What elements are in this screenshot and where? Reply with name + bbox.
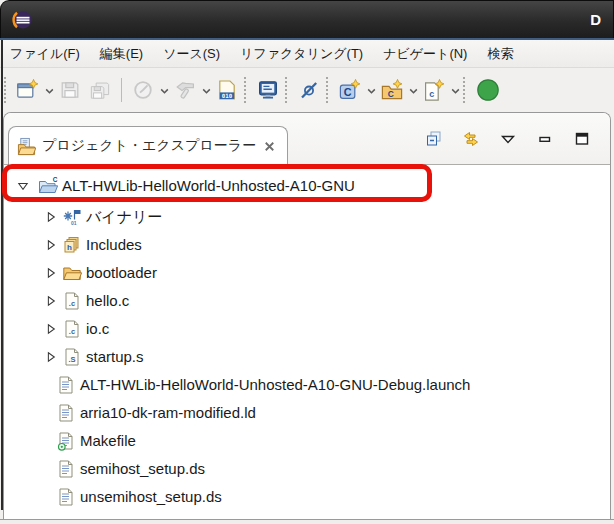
new-wizard-icon [16, 78, 40, 102]
menu-item-4[interactable]: ナビゲート(N) [383, 45, 467, 63]
menu-item-3[interactable]: リファクタリング(T) [240, 45, 363, 63]
tree-item[interactable]: bootloader [4, 259, 610, 287]
tab-project-explorer[interactable]: プロジェクト・エクスプローラー [8, 126, 288, 165]
view-toolbar [424, 113, 592, 165]
expander-expanded-icon[interactable] [16, 178, 38, 194]
toolbar-grip[interactable] [326, 77, 331, 103]
tree-item[interactable]: .cio.c [4, 315, 610, 343]
tree-item-label: semihost_setup.ds [80, 459, 205, 479]
svg-text:c: c [429, 89, 434, 99]
tab-label: プロジェクト・エクスプローラー [42, 137, 256, 155]
tree-item-label: ALT-HWLib-HelloWorld-Unhosted-A10-GNU [62, 176, 355, 196]
close-icon[interactable] [262, 139, 277, 154]
svg-text:.c: .c [69, 327, 75, 336]
chevron-down-icon [201, 78, 212, 102]
save-all-icon [88, 78, 112, 102]
tree-item-label: hello.c [86, 291, 129, 311]
run-button[interactable] [474, 76, 502, 104]
new-c-file-button[interactable]: c [420, 76, 448, 104]
c-file-icon: .c [62, 291, 82, 311]
project-tree: CALT-HWLib-HelloWorld-Unhosted-A10-GNU01… [4, 165, 610, 511]
tree-item-label: arria10-dk-ram-modified.ld [80, 403, 256, 423]
menu-item-0[interactable]: ファイル(F) [10, 45, 80, 63]
chevron-down-icon[interactable] [408, 78, 419, 102]
chevron-down-icon[interactable] [450, 78, 461, 102]
project-root-row[interactable]: CALT-HWLib-HelloWorld-Unhosted-A10-GNU [4, 169, 610, 203]
slashed-circle-icon [297, 78, 321, 102]
svg-text:.S: .S [68, 355, 75, 364]
view-menu-button[interactable] [498, 129, 518, 149]
tree-item[interactable]: Makefile [4, 427, 610, 455]
expander-collapsed-icon[interactable] [44, 237, 62, 253]
tree-item[interactable]: 01バイナリー [4, 203, 610, 231]
link-with-editor-button[interactable] [461, 129, 481, 149]
toolbar-grip[interactable] [244, 77, 249, 103]
minimize-button[interactable] [535, 129, 555, 149]
console-icon [256, 78, 280, 102]
tree-item[interactable]: ALT-HWLib-HelloWorld-Unhosted-A10-GNU-De… [4, 371, 610, 399]
new-wizard-button[interactable] [14, 76, 42, 104]
chevron-down-icon [159, 78, 170, 102]
text-file-icon [56, 375, 76, 395]
tree-item[interactable]: hIncludes [4, 231, 610, 259]
new-c-project-button[interactable]: C [336, 76, 364, 104]
tree-item[interactable]: .Sstartup.s [4, 343, 610, 371]
toolbar-group-1 [253, 76, 283, 104]
expander-collapsed-icon[interactable] [44, 265, 62, 281]
toolbar-group-2 [294, 76, 324, 104]
new-c-container-icon: C [380, 78, 404, 102]
svg-text:h: h [67, 243, 72, 252]
toolbar-group-4 [472, 76, 486, 104]
maximize-button[interactable] [572, 129, 592, 149]
svg-text:01: 01 [71, 220, 77, 226]
title-bar[interactable]: D [0, 0, 614, 38]
text-file-icon [56, 487, 76, 507]
expander-collapsed-icon[interactable] [44, 209, 62, 225]
binaries-icon: 01 [62, 207, 82, 227]
save-button [56, 76, 84, 104]
binary-file-button[interactable]: 010 [213, 76, 241, 104]
chevron-down-icon[interactable] [44, 78, 55, 102]
save-all-button [86, 76, 114, 104]
tree-item[interactable]: .chello.c [4, 287, 610, 315]
view-tab-strip: プロジェクト・エクスプローラー [4, 113, 610, 165]
toolbar-group-3: CCc [335, 76, 461, 104]
svg-text:.c: .c [69, 299, 75, 308]
build-icon [173, 78, 197, 102]
tree-item[interactable]: semihost_setup.ds [4, 455, 610, 483]
menu-item-2[interactable]: ソース(S) [163, 45, 220, 63]
tree-item[interactable]: arria10-dk-ram-modified.ld [4, 399, 610, 427]
gauge-icon [131, 78, 155, 102]
eclipse-window: D ファイル(F)編集(E)ソース(S)リファクタリング(T)ナビゲート(N)検… [0, 0, 614, 524]
tree-item-label: バイナリー [86, 207, 162, 227]
new-c-container-button[interactable]: C [378, 76, 406, 104]
tree-item-label: ALT-HWLib-HelloWorld-Unhosted-A10-GNU-De… [80, 375, 470, 395]
project-explorer-icon [17, 137, 36, 156]
gauge-button [129, 76, 157, 104]
window-title: D [33, 11, 603, 28]
tree-item-label: bootloader [86, 263, 157, 283]
svg-text:010: 010 [222, 93, 233, 99]
slashed-circle-button[interactable] [295, 76, 323, 104]
tree-item-label: Makefile [80, 431, 136, 451]
expander-collapsed-icon[interactable] [44, 293, 62, 309]
run-icon [476, 78, 500, 102]
toolbar-grip[interactable] [4, 77, 9, 103]
collapse-all-button[interactable] [424, 129, 444, 149]
toolbar-grip[interactable] [463, 77, 468, 103]
console-button[interactable] [254, 76, 282, 104]
save-icon [58, 78, 82, 102]
new-c-file-icon: c [422, 78, 446, 102]
tree-item[interactable]: unsemihost_setup.ds [4, 483, 610, 511]
eclipse-logo-icon [11, 9, 33, 31]
text-file-icon [56, 403, 76, 423]
toolbar-grip[interactable] [285, 77, 290, 103]
main-toolbar: 010CCc [0, 68, 614, 112]
chevron-down-icon[interactable] [366, 78, 377, 102]
expander-collapsed-icon[interactable] [44, 321, 62, 337]
tree-item-label: startup.s [86, 347, 144, 367]
binary-file-icon: 010 [215, 78, 239, 102]
expander-collapsed-icon[interactable] [44, 349, 62, 365]
menu-item-1[interactable]: 編集(E) [100, 45, 143, 63]
menu-item-5[interactable]: 検索 [487, 45, 513, 63]
